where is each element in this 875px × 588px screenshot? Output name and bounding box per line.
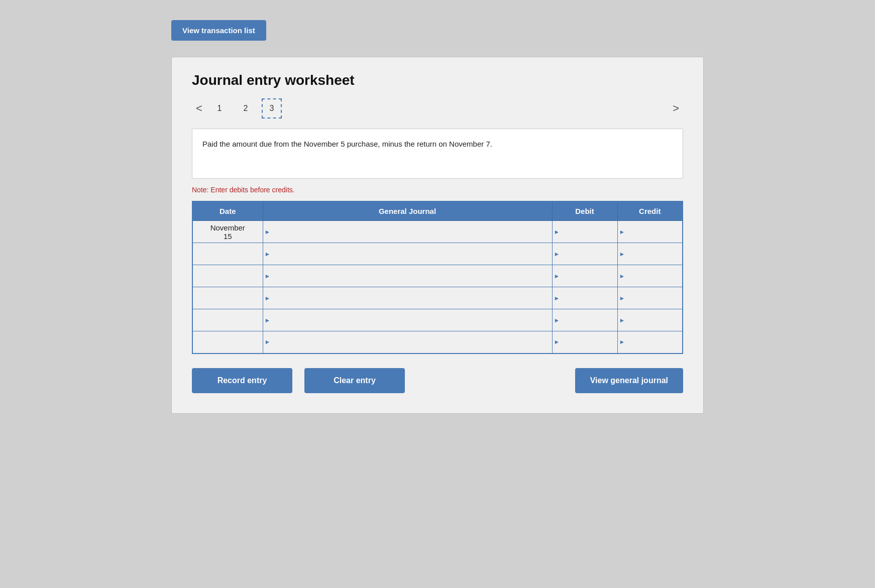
journal-table: Date General Journal Debit Credit Novemb… <box>192 201 683 354</box>
credit-cell-3[interactable]: ► <box>617 287 683 309</box>
journal-arrow-5: ► <box>265 338 271 345</box>
page-2[interactable]: 2 <box>236 98 256 119</box>
credit-input-4[interactable] <box>618 309 683 331</box>
credit-input-5[interactable] <box>618 331 683 353</box>
journal-arrow-1: ► <box>265 251 271 258</box>
pagination: < 1 2 3 > <box>192 98 683 119</box>
page-3[interactable]: 3 <box>262 98 282 119</box>
description-box: Paid the amount due from the November 5 … <box>192 129 683 179</box>
table-row: ► ► ► <box>192 309 683 331</box>
debit-arrow-2: ► <box>554 273 560 280</box>
buttons-row: Record entry Clear entry View general jo… <box>192 368 683 393</box>
clear-entry-button[interactable]: Clear entry <box>304 368 405 393</box>
journal-cell-0[interactable]: ► <box>263 221 552 243</box>
date-cell-0: November15 <box>192 221 263 243</box>
journal-cell-1[interactable]: ► <box>263 243 552 265</box>
table-row: ► ► ► <box>192 243 683 265</box>
view-transaction-list-button[interactable]: View transaction list <box>171 20 266 41</box>
debit-input-0[interactable] <box>553 221 617 243</box>
record-entry-button[interactable]: Record entry <box>192 368 292 393</box>
debit-input-2[interactable] <box>553 265 617 287</box>
debit-arrow-1: ► <box>554 251 560 258</box>
table-row: ► ► ► <box>192 287 683 309</box>
date-cell-5 <box>192 331 263 354</box>
date-cell-4 <box>192 309 263 331</box>
debit-arrow-3: ► <box>554 295 560 302</box>
credit-arrow-4: ► <box>619 317 625 324</box>
credit-input-3[interactable] <box>618 287 683 309</box>
credit-input-2[interactable] <box>618 265 683 287</box>
col-header-general-journal: General Journal <box>263 201 552 221</box>
journal-arrow-0: ► <box>265 228 271 236</box>
debit-cell-3[interactable]: ► <box>552 287 617 309</box>
credit-cell-5[interactable]: ► <box>617 331 683 354</box>
worksheet-container: Journal entry worksheet < 1 2 3 > Paid t… <box>171 57 704 414</box>
journal-cell-5[interactable]: ► <box>263 331 552 354</box>
journal-input-3[interactable] <box>263 287 552 309</box>
journal-arrow-4: ► <box>265 317 271 324</box>
debit-input-3[interactable] <box>553 287 617 309</box>
credit-arrow-5: ► <box>619 338 625 345</box>
date-cell-3 <box>192 287 263 309</box>
journal-input-1[interactable] <box>263 243 552 265</box>
debit-input-4[interactable] <box>553 309 617 331</box>
date-cell-2 <box>192 265 263 287</box>
journal-input-0[interactable] <box>263 221 552 243</box>
debit-cell-1[interactable]: ► <box>552 243 617 265</box>
journal-cell-3[interactable]: ► <box>263 287 552 309</box>
col-header-debit: Debit <box>552 201 617 221</box>
credit-cell-4[interactable]: ► <box>617 309 683 331</box>
journal-arrow-3: ► <box>265 295 271 302</box>
journal-input-2[interactable] <box>263 265 552 287</box>
date-cell-1 <box>192 243 263 265</box>
credit-arrow-2: ► <box>619 273 625 280</box>
worksheet-title: Journal entry worksheet <box>192 72 683 88</box>
debit-input-5[interactable] <box>553 331 617 353</box>
journal-input-4[interactable] <box>263 309 552 331</box>
col-header-credit: Credit <box>617 201 683 221</box>
credit-cell-2[interactable]: ► <box>617 265 683 287</box>
journal-arrow-2: ► <box>265 273 271 280</box>
pagination-next-arrow[interactable]: > <box>669 100 683 117</box>
credit-cell-1[interactable]: ► <box>617 243 683 265</box>
table-row: ► ► ► <box>192 265 683 287</box>
credit-arrow-0: ► <box>619 228 625 236</box>
credit-arrow-3: ► <box>619 295 625 302</box>
journal-input-5[interactable] <box>263 331 552 353</box>
journal-cell-2[interactable]: ► <box>263 265 552 287</box>
table-row: ► ► ► <box>192 331 683 354</box>
pagination-prev-arrow[interactable]: < <box>192 100 206 117</box>
col-header-date: Date <box>192 201 263 221</box>
credit-cell-0[interactable]: ► <box>617 221 683 243</box>
debit-input-1[interactable] <box>553 243 617 265</box>
debit-cell-0[interactable]: ► <box>552 221 617 243</box>
debit-arrow-0: ► <box>554 228 560 236</box>
journal-cell-4[interactable]: ► <box>263 309 552 331</box>
view-general-journal-button[interactable]: View general journal <box>575 368 683 393</box>
debit-cell-2[interactable]: ► <box>552 265 617 287</box>
debit-cell-4[interactable]: ► <box>552 309 617 331</box>
note-text: Note: Enter debits before credits. <box>192 186 683 194</box>
table-row: November15 ► ► ► <box>192 221 683 243</box>
debit-arrow-5: ► <box>554 338 560 345</box>
credit-arrow-1: ► <box>619 251 625 258</box>
credit-input-0[interactable] <box>618 221 683 243</box>
debit-cell-5[interactable]: ► <box>552 331 617 354</box>
page-1[interactable]: 1 <box>209 98 230 119</box>
credit-input-1[interactable] <box>618 243 683 265</box>
debit-arrow-4: ► <box>554 317 560 324</box>
